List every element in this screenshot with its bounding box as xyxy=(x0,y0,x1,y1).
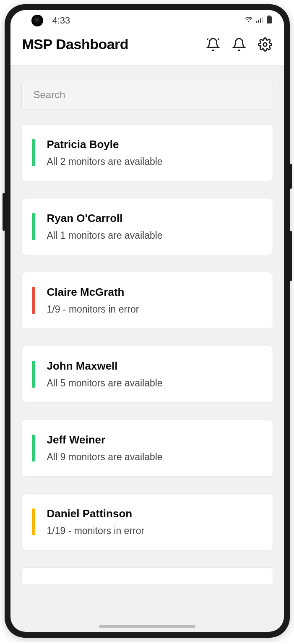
svg-rect-3 xyxy=(260,18,261,23)
status-bar-left: 4:33 xyxy=(20,15,70,26)
gear-icon[interactable] xyxy=(258,37,272,52)
battery-icon xyxy=(266,16,272,26)
status-indicator xyxy=(32,435,35,461)
client-name: Claire McGrath xyxy=(47,286,263,299)
home-indicator[interactable] xyxy=(99,625,195,628)
client-name: Daniel Pattinson xyxy=(47,507,263,520)
client-card[interactable]: Claire McGrath 1/9 - monitors in error xyxy=(21,272,273,329)
client-name: John Maxwell xyxy=(47,360,263,373)
search-input[interactable] xyxy=(21,80,273,110)
status-bar: 4:33 6 xyxy=(10,10,284,31)
svg-rect-2 xyxy=(258,20,259,23)
client-card-text: John Maxwell All 5 monitors are availabl… xyxy=(47,360,263,389)
client-card-text: Patricia Boyle All 2 monitors are availa… xyxy=(47,138,263,167)
svg-rect-6 xyxy=(267,16,272,23)
content-area: Patricia Boyle All 2 monitors are availa… xyxy=(10,65,284,632)
camera-hole xyxy=(31,15,43,26)
status-indicator xyxy=(32,213,35,240)
phone-frame: 4:33 6 xyxy=(5,4,290,638)
client-card-text: Claire McGrath 1/9 - monitors in error xyxy=(47,286,263,315)
client-card[interactable]: Daniel Pattinson 1/19 - monitors in erro… xyxy=(21,493,273,550)
client-status-text: All 2 monitors are available xyxy=(47,156,263,167)
alert-bell-icon[interactable] xyxy=(206,37,220,52)
client-status-text: All 1 monitors are available xyxy=(47,230,263,241)
client-card[interactable]: John Maxwell All 5 monitors are availabl… xyxy=(21,346,273,403)
phone-screen: 4:33 6 xyxy=(10,10,284,632)
status-indicator xyxy=(32,361,35,388)
client-card-text: Jeff Weiner All 9 monitors are available xyxy=(47,433,263,463)
client-name: Ryan O'Carroll xyxy=(47,212,263,225)
page-title: MSP Dashboard xyxy=(22,36,129,52)
status-indicator xyxy=(32,139,35,166)
client-card[interactable]: Patricia Boyle All 2 monitors are availa… xyxy=(21,124,273,181)
phone-side-button xyxy=(289,231,292,281)
svg-rect-4 xyxy=(262,17,263,23)
status-indicator xyxy=(32,508,35,535)
client-list: Patricia Boyle All 2 monitors are availa… xyxy=(21,124,273,584)
header-actions xyxy=(206,37,272,52)
client-status-text: 1/9 - monitors in error xyxy=(47,304,263,315)
client-status-text: All 9 monitors are available xyxy=(47,451,263,463)
status-bar-right: 6 xyxy=(245,16,272,26)
svg-rect-1 xyxy=(256,21,257,23)
client-name: Patricia Boyle xyxy=(47,138,263,151)
client-status-text: 1/19 - monitors in error xyxy=(47,525,263,537)
wifi-icon: 6 xyxy=(245,16,253,25)
bell-icon[interactable] xyxy=(232,37,246,52)
signal-icon xyxy=(255,16,264,25)
client-card[interactable]: Ryan O'Carroll All 1 monitors are availa… xyxy=(21,198,273,255)
status-time: 4:33 xyxy=(52,15,70,26)
client-card[interactable]: Jeff Weiner All 9 monitors are available xyxy=(21,420,273,477)
client-name: Jeff Weiner xyxy=(47,433,263,446)
status-indicator xyxy=(32,287,35,314)
client-card-text: Ryan O'Carroll All 1 monitors are availa… xyxy=(47,212,263,241)
svg-point-7 xyxy=(263,42,267,46)
phone-side-button xyxy=(3,193,5,231)
client-card-text: Daniel Pattinson 1/19 - monitors in erro… xyxy=(47,507,263,537)
client-status-text: All 5 monitors are available xyxy=(47,378,263,389)
app-header: MSP Dashboard xyxy=(10,31,284,65)
phone-side-button xyxy=(289,164,292,189)
client-card-partial[interactable] xyxy=(21,567,273,584)
svg-rect-5 xyxy=(268,16,271,16)
